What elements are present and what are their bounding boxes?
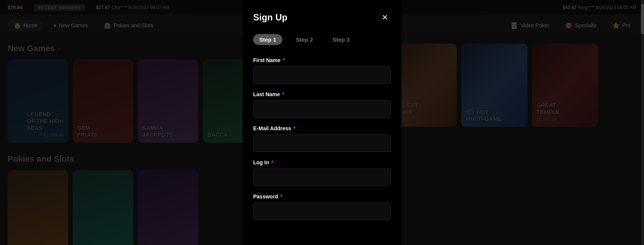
last-name-group: Last Name * bbox=[253, 91, 391, 118]
signup-modal: Sign Up ✕ Step 1 Step 2 Step 3 First Nam… bbox=[243, 0, 401, 245]
email-group: E-Mail Address * bbox=[253, 125, 391, 152]
modal-header: Sign Up ✕ bbox=[253, 11, 391, 23]
steps-row: Step 1 Step 2 Step 3 bbox=[253, 34, 391, 45]
password-input[interactable] bbox=[253, 203, 391, 220]
last-name-label: Last Name * bbox=[253, 91, 391, 97]
modal-close-button[interactable]: ✕ bbox=[379, 11, 391, 23]
login-label: Log In * bbox=[253, 159, 391, 165]
password-label: Password * bbox=[253, 194, 391, 200]
first-name-input[interactable] bbox=[253, 66, 391, 84]
login-input[interactable] bbox=[253, 169, 391, 186]
modal-scrollbar[interactable] bbox=[641, 0, 644, 245]
step-1[interactable]: Step 1 bbox=[253, 34, 282, 45]
modal-title: Sign Up bbox=[253, 12, 288, 23]
modal-scrollbar-thumb[interactable] bbox=[641, 4, 644, 34]
step-3[interactable]: Step 3 bbox=[327, 34, 356, 45]
first-name-group: First Name * bbox=[253, 57, 391, 84]
password-group: Password * bbox=[253, 194, 391, 220]
email-label: E-Mail Address * bbox=[253, 125, 391, 131]
step-2[interactable]: Step 2 bbox=[290, 34, 319, 45]
first-name-label: First Name * bbox=[253, 57, 391, 63]
login-group: Log In * bbox=[253, 159, 391, 186]
email-input[interactable] bbox=[253, 134, 391, 152]
last-name-input[interactable] bbox=[253, 100, 391, 118]
